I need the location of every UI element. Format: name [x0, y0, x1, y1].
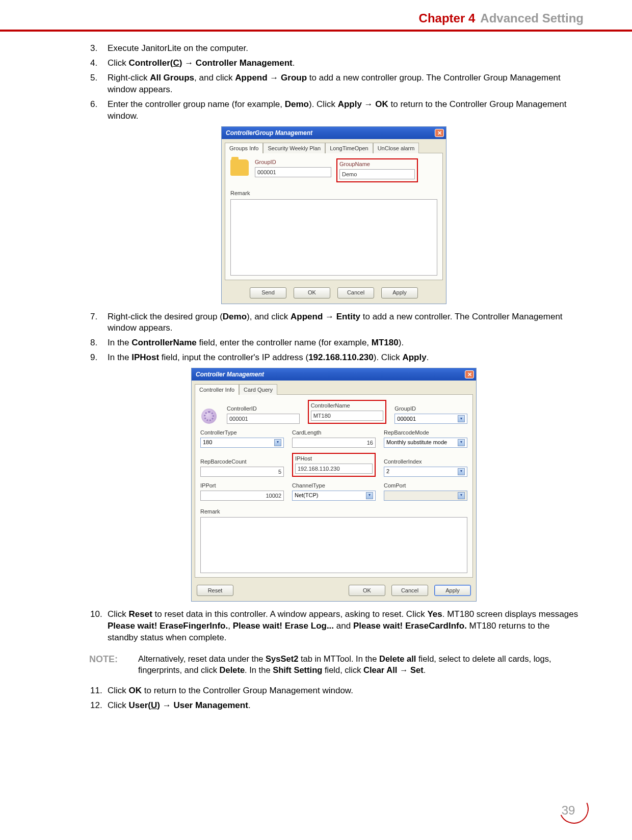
- close-icon[interactable]: ✕: [435, 129, 444, 137]
- cardlength-input[interactable]: [292, 438, 376, 448]
- chapter-title: Advanced Setting: [480, 10, 584, 26]
- step-text: Click OK to return to the Controller Gro…: [108, 685, 578, 697]
- t: tab in MTTool. In the: [298, 654, 379, 663]
- remark-textarea[interactable]: [200, 517, 467, 573]
- header-rule: [0, 30, 632, 32]
- step-5: 5. Right-click All Groups, and click App…: [89, 72, 578, 96]
- apply-button[interactable]: Apply: [434, 585, 471, 596]
- chevron-down-icon: ▾: [366, 492, 373, 499]
- t: Controller(: [129, 58, 173, 68]
- send-button[interactable]: Send: [250, 287, 286, 299]
- tab-card-query[interactable]: Card Query: [239, 384, 277, 395]
- controllerid-input[interactable]: [227, 414, 300, 424]
- t: . MT180 screen displays messages: [442, 609, 578, 619]
- dialog-titlebar[interactable]: ControllerGroup Management ✕: [222, 127, 446, 139]
- t: OK: [129, 686, 142, 695]
- remark-textarea[interactable]: [230, 199, 437, 276]
- channeltype-select[interactable]: Net(TCP)▾: [292, 491, 376, 501]
- t: Right-click the desired group (: [108, 312, 223, 321]
- ok-button[interactable]: OK: [294, 287, 330, 299]
- chevron-down-icon: ▾: [458, 468, 465, 475]
- tab-groups-info[interactable]: Groups Info: [225, 143, 263, 153]
- step-number: 9.: [89, 352, 108, 364]
- t: Controller Management: [196, 58, 293, 68]
- t: Clear All: [363, 665, 397, 674]
- step-8: 8. In the ControllerName field, enter th…: [89, 337, 578, 349]
- dialog-panel: GroupID GroupName Remark: [225, 153, 443, 280]
- ipport-input[interactable]: [200, 491, 284, 501]
- tab-unclose-alarm[interactable]: UnClose alarm: [373, 143, 419, 153]
- step-9: 9. In the IPHost field, input the contro…: [89, 352, 578, 364]
- step-text: Right-click All Groups, and click Append…: [108, 72, 578, 96]
- t: Reset: [129, 609, 152, 619]
- controllerid-label: ControllerID: [227, 405, 300, 413]
- t: ). Click: [374, 353, 403, 362]
- tab-security-weekly-plan[interactable]: Security Weekly Plan: [263, 143, 325, 153]
- tab-strip: Controller Info Card Query: [192, 381, 476, 394]
- arrow-icon: →: [362, 99, 375, 109]
- repbarcodemode-select[interactable]: Monthly substitute mode▾: [384, 438, 467, 448]
- groupname-input[interactable]: [339, 169, 415, 179]
- ok-button[interactable]: OK: [349, 585, 385, 596]
- t: Please wait! EraseCardInfo.: [353, 621, 467, 631]
- iphost-label: IPHost: [295, 455, 373, 463]
- dialog-titlebar[interactable]: Controller Management ✕: [192, 368, 476, 381]
- t: Click: [108, 686, 129, 695]
- step-text: Enter the controller group name (for exa…: [108, 99, 578, 122]
- step-7: 7. Right-click the desired group (Demo),…: [89, 311, 578, 335]
- t: Append: [291, 312, 323, 321]
- t: Enter the controller group name (for exa…: [108, 99, 285, 109]
- arrow-icon: →: [268, 73, 281, 83]
- note-block: NOTE: Alternatively, reset data under th…: [89, 653, 578, 676]
- controllername-input[interactable]: [311, 411, 384, 421]
- step-text: Execute JanitorLite on the computer.: [108, 43, 578, 55]
- chevron-down-icon: ▾: [458, 415, 465, 422]
- controllerindex-label: ControllerIndex: [384, 458, 467, 466]
- cancel-button[interactable]: Cancel: [391, 585, 428, 596]
- groupid-input[interactable]: [255, 167, 331, 177]
- tab-controller-info[interactable]: Controller Info: [195, 384, 239, 395]
- t: , and click: [194, 73, 235, 83]
- note-label: NOTE:: [89, 653, 138, 676]
- controllername-label: ControllerName: [311, 402, 384, 410]
- t: .: [248, 700, 251, 710]
- repbarcodecount-input[interactable]: [200, 467, 284, 477]
- reset-button[interactable]: Reset: [197, 585, 233, 596]
- repbarcodecount-label: RepBarcodeCount: [200, 458, 284, 466]
- t: Yes: [427, 609, 442, 619]
- step-number: 5.: [89, 72, 108, 96]
- tab-longtimeopen[interactable]: LongTimeOpen: [325, 143, 373, 153]
- step-number: 12.: [89, 700, 108, 712]
- iphost-input[interactable]: [295, 464, 373, 474]
- t: .: [427, 353, 429, 362]
- t: SysSet2: [266, 654, 298, 663]
- page-number: 39: [562, 802, 575, 819]
- step-list-a: 3. Execute JanitorLite on the computer. …: [89, 43, 578, 122]
- gear-icon: [201, 409, 217, 424]
- groupid-select[interactable]: 000001▾: [394, 414, 467, 424]
- select-value: Net(TCP): [295, 492, 318, 499]
- step-10: 10. Click Reset to reset data in this co…: [89, 609, 578, 644]
- t: C: [173, 58, 179, 68]
- t: ). Click: [309, 99, 338, 109]
- groupid-label: GroupID: [394, 405, 467, 413]
- step-text: Click User(U) → User Management.: [108, 700, 578, 712]
- step-number: 8.: [89, 337, 108, 349]
- close-icon[interactable]: ✕: [465, 370, 474, 378]
- t: Click: [108, 700, 129, 710]
- controllertype-label: ControllerType: [200, 429, 284, 437]
- t: Right-click: [108, 73, 150, 83]
- step-text: Right-click the desired group (Demo), an…: [108, 311, 578, 335]
- dialog-title: Controller Management: [196, 370, 264, 378]
- channeltype-label: ChannelType: [292, 482, 376, 490]
- step-12: 12. Click User(U) → User Management.: [89, 700, 578, 712]
- t: In the: [108, 353, 131, 362]
- t: Please wait! Erase Log...: [233, 621, 334, 631]
- t: Group: [281, 73, 307, 83]
- controllertype-select[interactable]: 180▾: [200, 438, 284, 448]
- controllerindex-select[interactable]: 2▾: [384, 467, 467, 477]
- step-number: 4.: [89, 58, 108, 69]
- cancel-button[interactable]: Cancel: [337, 287, 374, 299]
- apply-button[interactable]: Apply: [381, 287, 418, 299]
- folder-icon: [230, 159, 249, 176]
